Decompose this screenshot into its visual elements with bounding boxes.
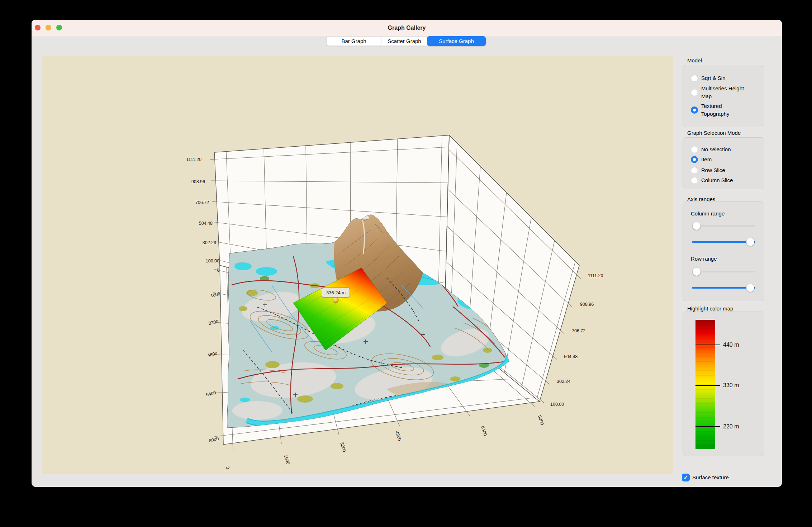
radio-item[interactable]: Item: [691, 156, 712, 163]
axis-tick-label: 706.72: [572, 328, 585, 333]
column-min-slider-track[interactable]: [692, 225, 755, 227]
surface-graph-view[interactable]: .: [42, 56, 673, 474]
radio-label: Multiseries Height Map: [701, 85, 744, 100]
row-max-slider-track[interactable]: [692, 287, 755, 289]
zoom-button[interactable]: [56, 25, 62, 30]
column-max-slider-track[interactable]: [692, 241, 755, 243]
selected-point-marker: [333, 297, 338, 303]
column-range-label: Column range: [691, 210, 725, 217]
column-min-slider-handle[interactable]: [693, 222, 701, 230]
radio-label: Item: [701, 156, 712, 163]
tab-scatter-graph[interactable]: Scatter Graph: [381, 37, 427, 46]
row-min-slider-track[interactable]: [692, 271, 755, 272]
close-button[interactable]: [35, 25, 41, 30]
axis-tick-label: 302.24: [203, 240, 216, 245]
app-window: Graph Gallery Bar Graph Scatter Graph Su…: [32, 20, 782, 487]
radio-textured-topography[interactable]: Textured Topography: [691, 102, 744, 118]
color-bar-tick: [695, 385, 720, 386]
surface-texture-checkbox[interactable]: [682, 474, 690, 481]
color-bar-tick-label: 440 m: [723, 342, 739, 348]
row-max-slider-handle[interactable]: [746, 284, 754, 292]
axis-tick-label: 1111.20: [186, 157, 201, 162]
tab-surface-graph[interactable]: Surface Graph: [427, 36, 486, 46]
selection-value-tooltip: 336.24 m: [322, 288, 350, 298]
axis-tick-label: 100.00: [206, 258, 219, 264]
column-max-slider-handle[interactable]: [746, 238, 754, 246]
radio-sqrt-sin[interactable]: Sqrt & Sin: [691, 74, 726, 82]
radio-icon[interactable]: [691, 146, 698, 153]
title-bar: Graph Gallery: [32, 20, 782, 36]
radio-no-selection[interactable]: No selection: [691, 146, 731, 153]
radio-multiseries-height-map[interactable]: Multiseries Height Map: [691, 85, 744, 100]
model-section-label: Model: [687, 57, 702, 63]
radio-label: Sqrt & Sin: [701, 74, 726, 82]
axis-tick-label: 706.72: [195, 200, 209, 205]
radio-label: Textured Topography: [701, 102, 744, 118]
highlight-color-bar: [695, 320, 715, 449]
axis-tick-label: 908.96: [580, 302, 594, 307]
radio-label: No selection: [701, 146, 731, 153]
selection-mode-section-label: Graph Selection Mode: [687, 130, 741, 136]
radio-icon-selected[interactable]: [691, 106, 698, 114]
color-map-section-label: Highlight color map: [687, 305, 733, 312]
axis-tick-label: 100.00: [550, 402, 564, 407]
radio-icon[interactable]: [691, 177, 698, 184]
radio-icon[interactable]: [691, 167, 698, 174]
radio-label: Column Slice: [701, 176, 733, 184]
color-bar-tick: [695, 426, 720, 427]
graph-tab-bar: Bar Graph Scatter Graph Surface Graph: [326, 36, 486, 46]
color-bar-tick-label: 330 m: [723, 382, 739, 389]
radio-icon-selected[interactable]: [691, 156, 698, 163]
radio-icon[interactable]: [691, 75, 698, 82]
desktop: { "window": { "title": "Graph Gallery" }…: [0, 0, 812, 527]
window-title: Graph Gallery: [32, 20, 782, 36]
tab-bar-graph[interactable]: Bar Graph: [327, 37, 381, 46]
axis-tick-label: 1111.20: [588, 273, 603, 278]
radio-label: Row Slice: [701, 166, 725, 174]
color-bar-tick-label: 220 m: [723, 423, 739, 430]
radio-icon[interactable]: [691, 89, 698, 96]
row-min-slider-handle[interactable]: [693, 268, 701, 276]
axis-tick-label: 302.24: [557, 379, 570, 384]
axis-tick-label: 504.48: [199, 221, 213, 226]
color-bar-tick: [695, 345, 720, 345]
radio-row-slice[interactable]: Row Slice: [691, 166, 725, 174]
surface-graph-canvas[interactable]: .: [42, 56, 673, 474]
radio-column-slice[interactable]: Column Slice: [691, 176, 733, 184]
row-range-label: Row range: [691, 256, 717, 262]
surface-texture-label[interactable]: Surface texture: [692, 474, 729, 481]
axis-tick-label: 908.96: [191, 179, 205, 184]
axis-tick-label: 504.48: [564, 354, 578, 359]
minimize-button[interactable]: [46, 25, 51, 30]
